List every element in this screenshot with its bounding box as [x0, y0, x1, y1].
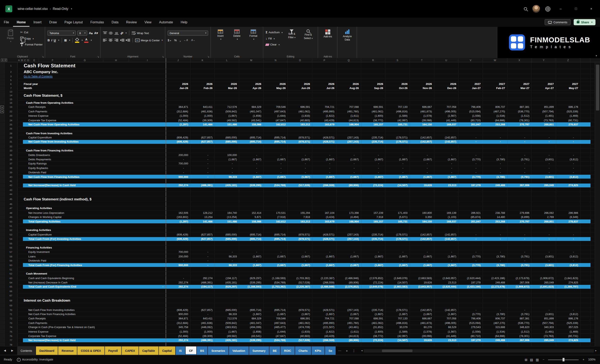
cell[interactable]: [385, 206, 410, 210]
cell[interactable]: (517,026): [288, 281, 312, 284]
cell[interactable]: 141,466: [190, 219, 215, 223]
cell[interactable]: 165,731: [385, 219, 410, 223]
italic-button[interactable]: I: [51, 38, 52, 42]
row-header-71[interactable]: 71: [5, 312, 18, 316]
cell[interactable]: [288, 289, 312, 293]
cell[interactable]: [459, 343, 483, 346]
cell[interactable]: (49,582): [215, 334, 239, 338]
increase-indent-button[interactable]: [126, 38, 130, 42]
cell[interactable]: 249,488: [483, 338, 507, 342]
cell[interactable]: [507, 74, 532, 78]
cell[interactable]: (428,571): [312, 308, 337, 312]
cell[interactable]: 98,333: [215, 312, 239, 316]
row-label-area[interactable]: ABC Company Inc.: [18, 69, 166, 74]
row-header-28[interactable]: 28: [5, 131, 18, 135]
row-label-area[interactable]: Cash Receipts: [18, 317, 166, 320]
cell[interactable]: (496,816): [385, 321, 410, 325]
cell[interactable]: [264, 202, 288, 206]
cell[interactable]: (481,047): [239, 321, 264, 325]
sheet-tab-cogs-opex[interactable]: COGS & OPEX: [77, 346, 104, 355]
cell[interactable]: [434, 241, 459, 245]
cell[interactable]: [264, 188, 288, 192]
cell[interactable]: Mar-26: [215, 86, 239, 90]
cell[interactable]: [532, 224, 556, 228]
cell[interactable]: (685,000): [215, 237, 239, 241]
row-header-24[interactable]: 24: [5, 118, 18, 122]
cell[interactable]: -: [264, 250, 288, 254]
cell[interactable]: [532, 267, 556, 271]
cell[interactable]: [459, 228, 483, 232]
cell[interactable]: (1,667): [337, 175, 361, 179]
cell[interactable]: (1,667): [239, 263, 264, 267]
cell[interactable]: [239, 192, 264, 196]
cell[interactable]: [532, 93, 556, 98]
cell[interactable]: -: [190, 153, 215, 157]
row-header-23[interactable]: 23: [5, 114, 18, 118]
cell[interactable]: 267,006: [507, 183, 532, 187]
cell[interactable]: [361, 224, 385, 228]
cell[interactable]: [239, 69, 264, 74]
cell[interactable]: 2026: [288, 82, 312, 86]
column-header-C[interactable]: C: [24, 58, 27, 62]
cell[interactable]: -: [337, 166, 361, 170]
more-sheets-button[interactable]: ⋯: [336, 346, 344, 355]
cell[interactable]: [385, 62, 410, 69]
cell[interactable]: [459, 91, 483, 92]
cell[interactable]: (695,714): [239, 136, 264, 139]
cell[interactable]: (1,667): [410, 312, 434, 316]
cell[interactable]: [288, 293, 312, 298]
cell[interactable]: [337, 289, 361, 293]
cell[interactable]: [288, 246, 312, 250]
cell[interactable]: [410, 127, 434, 131]
cell[interactable]: (1,644): [264, 114, 288, 118]
cell[interactable]: [434, 144, 459, 148]
cell[interactable]: -: [459, 233, 483, 237]
cell[interactable]: 151,486: [215, 219, 239, 223]
cell[interactable]: [337, 224, 361, 228]
cell[interactable]: -: [532, 153, 556, 157]
cell[interactable]: 13,254: [190, 215, 215, 219]
cell[interactable]: [337, 196, 361, 202]
cell[interactable]: [385, 202, 410, 206]
outline-expand-button[interactable]: +: [0, 110, 4, 113]
row-header-29[interactable]: 29: [5, 136, 18, 139]
cell[interactable]: Sep-26: [361, 86, 385, 90]
cell[interactable]: -: [288, 153, 312, 157]
cell[interactable]: (534,769): [264, 183, 288, 187]
cell[interactable]: 2026: [215, 82, 239, 86]
cell[interactable]: [507, 202, 532, 206]
cell[interactable]: (474,709): [288, 325, 312, 329]
cell[interactable]: (3,801): [532, 254, 556, 258]
row-header-3[interactable]: 3: [5, 74, 18, 78]
cell[interactable]: (31,852): [361, 325, 385, 329]
sheet-tab-capital[interactable]: Capital: [159, 346, 175, 355]
cell[interactable]: [264, 206, 288, 210]
column-header-I[interactable]: I: [129, 58, 166, 62]
cell[interactable]: (1,667): [312, 312, 337, 316]
cell[interactable]: (64,666): [483, 334, 507, 338]
cell[interactable]: [507, 79, 532, 82]
cell[interactable]: Jun-26: [288, 86, 312, 90]
cell[interactable]: [434, 293, 459, 298]
row-label-area[interactable]: Interest Expense: [18, 114, 166, 118]
cell[interactable]: [166, 206, 190, 210]
cell[interactable]: 704,721: [312, 105, 337, 109]
cell[interactable]: [483, 241, 507, 245]
cell[interactable]: [312, 131, 337, 135]
cell[interactable]: [239, 293, 264, 298]
currency-format-button[interactable]: $▾: [168, 38, 171, 42]
cell[interactable]: [361, 343, 385, 346]
cell[interactable]: [190, 241, 215, 245]
cell[interactable]: (1,556): [459, 114, 483, 118]
cell[interactable]: [483, 179, 507, 183]
sheet-tab-valuation[interactable]: Valuation: [229, 346, 249, 355]
cell[interactable]: (507,794): [532, 321, 556, 325]
cell[interactable]: [385, 289, 410, 293]
cell[interactable]: 98,333: [215, 175, 239, 179]
cell[interactable]: [215, 62, 239, 69]
cell[interactable]: 686,591: [361, 105, 385, 109]
cell[interactable]: Nov-26: [410, 86, 434, 90]
clear-button[interactable]: Clear▾: [266, 42, 283, 47]
cell[interactable]: [215, 79, 239, 82]
cell[interactable]: (163,802): [166, 215, 190, 219]
